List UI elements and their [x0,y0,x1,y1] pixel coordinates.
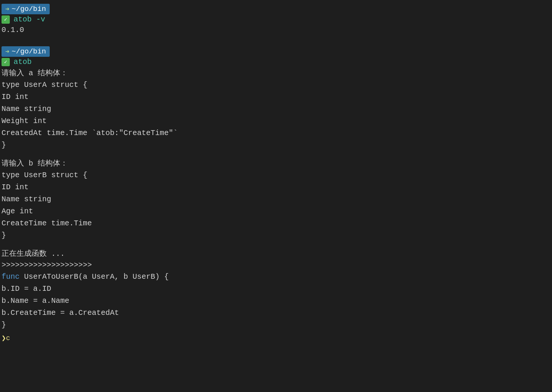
session1-command-line: ✓ atob -v [0,15,552,24]
struct-a-field-2: Weight int [0,115,552,127]
session2-path: ~/go/bin [12,47,46,56]
struct-a-block: type UserA struct { ID int Name string W… [0,79,552,151]
gap2 [0,151,552,158]
struct-b-header: type UserB struct { [0,169,552,181]
session1-output-version: 0.1.0 [0,24,552,36]
session1-prompt-bar: ➜ ~/go/bin [2,4,50,14]
struct-b-field-2: Age int [0,205,552,217]
func-assignment-1: b.Name = a.Name [0,295,552,307]
func-signature: func UserAToUserB(a UserA, b UserB) { [0,271,552,283]
struct-b-block: type UserB struct { ID int Name string A… [0,169,552,242]
session1-command-text: atob -v [14,15,45,24]
session2-command-line: ✓ atob [0,58,552,66]
progress-arrows: >>>>>>>>>>>>>>>>>>>> [0,260,552,271]
struct-b-field-0: ID int [0,181,552,193]
gap1 [0,40,552,46]
prompt-b-label: 请输入 b 结构体： [0,158,552,169]
struct-b-field-1: Name string [0,193,552,205]
func-assignment-0: b.ID = a.ID [0,283,552,295]
struct-a-field-3: CreatedAt time.Time `atob:"CreateTime"` [0,127,552,139]
session2-arrow-icon: ➜ [5,47,9,56]
bottom-prompt-icon: ❯ [2,333,6,343]
session1-path: ~/go/bin [12,5,46,13]
func-assignment-2: b.CreateTime = a.CreatedAt [0,307,552,319]
session2-prompt-bar: ➜ ~/go/bin [2,46,50,57]
bottom-prompt-line[interactable]: ❯ c [0,333,552,343]
struct-a-field-0: ID int [0,91,552,103]
generated-func-block: func UserAToUserB(a UserA, b UserB) { b.… [0,271,552,331]
struct-a-footer: } [0,139,552,151]
session1-prompt-block: ➜ ~/go/bin ✓ atob -v 0.1.0 [0,4,552,36]
terminal-window: ➜ ~/go/bin ✓ atob -v 0.1.0 ➜ ~/go/bin ✓ … [0,0,552,392]
session1-arrow-icon: ➜ [5,5,9,13]
struct-b-footer: } [0,229,552,242]
gap3 [0,242,552,248]
struct-a-field-1: Name string [0,103,552,115]
session2-checkmark-icon: ✓ [2,58,10,66]
session2-prompt-block: ➜ ~/go/bin ✓ atob [0,46,552,66]
bottom-prompt-cursor: c [6,334,10,342]
struct-a-header: type UserA struct { [0,79,552,91]
func-name: UserAToUserB(a UserA, b UserB) { [24,272,169,281]
generating-label: 正在生成函数 ... [0,248,552,260]
session2-command-text: atob [14,58,32,66]
session1-checkmark-icon: ✓ [2,15,10,24]
func-close: } [0,319,552,331]
struct-b-field-3: CreateTime time.Time [0,217,552,229]
prompt-a-label: 请输入 a 结构体： [0,68,552,79]
func-keyword: func [2,272,24,281]
